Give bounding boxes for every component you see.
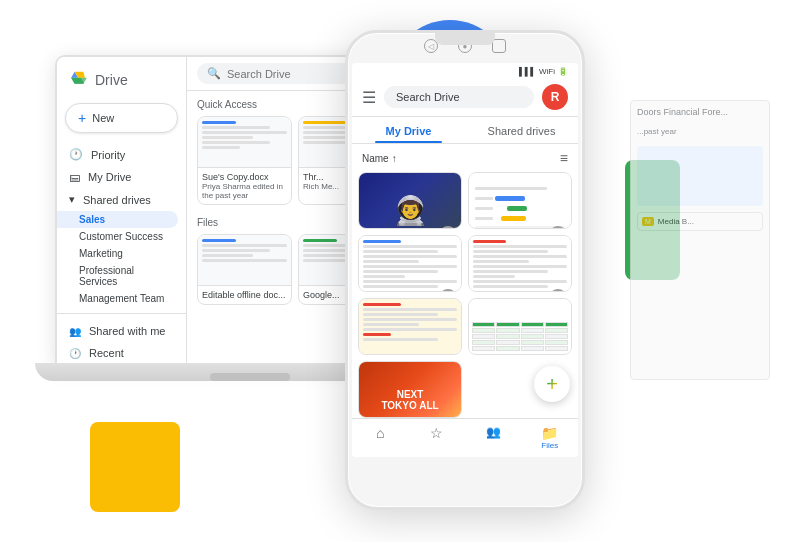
file-card-work-list[interactable]: G Work List_01 ⋮ — [468, 298, 572, 355]
file-item-editable[interactable]: Editable offline doc... — [197, 234, 292, 305]
file-preview-my-doc — [359, 299, 461, 355]
mobile-search-bar[interactable]: Search Drive — [384, 86, 534, 108]
quick-item-sues-copy[interactable]: Sue's Copy.docx Priya Sharma edited in t… — [197, 116, 292, 205]
quick-item-info-1: Sue's Copy.docx Priya Sharma edited in t… — [198, 167, 291, 204]
file-editable-name: Editable offline doc... — [202, 290, 287, 300]
sidebar-sub-pro-services[interactable]: Professional Services — [57, 262, 186, 290]
clock-icon: 🕐 — [69, 148, 83, 161]
sidebar-item-my-drive[interactable]: 🖴 My Drive — [57, 166, 178, 188]
desktop-sidebar: Drive + New 🕐 Priority 🖴 My Drive ▾ — [57, 57, 187, 363]
nav-item-shared[interactable]: 👥 — [465, 423, 522, 453]
sidebar-sub-mkt-label: Marketing — [79, 248, 123, 259]
preview-overlay-astronaut: ⋮ — [439, 226, 457, 229]
sidebar-sub-mgmt-label: Management Team — [79, 293, 164, 304]
sidebar-item-shared-with-me[interactable]: 👥 Shared with me — [57, 320, 178, 342]
sidebar-label-shared: Shared with me — [89, 325, 165, 337]
file-card-tokyo[interactable]: NEXTTOKYO ALL JPG Next Tokyo All ⋮ — [358, 361, 462, 418]
sidebar-sub-sales[interactable]: Sales — [57, 211, 178, 228]
files-nav-icon: 📁 — [541, 426, 558, 440]
sidebar-label-my-drive: My Drive — [88, 171, 131, 183]
mobile-header: ☰ Search Drive R — [352, 78, 578, 117]
file-card-my-doc[interactable]: P My Document ⋮ — [358, 298, 462, 355]
file-preview-astronaut: 👨‍🚀 ⋮ — [359, 173, 461, 229]
nav-item-files[interactable]: 📁 Files — [522, 423, 579, 453]
people-icon: 👥 — [69, 326, 81, 337]
doc-preview-task — [359, 236, 461, 292]
quick-item-preview-1 — [198, 117, 291, 167]
mobile-sort[interactable]: Name ↑ — [362, 153, 397, 164]
nav-item-home[interactable]: ⌂ — [352, 423, 409, 453]
recents-gesture-btn[interactable] — [492, 39, 506, 53]
starred-nav-icon: ☆ — [430, 426, 443, 440]
wifi-icon: WiFi — [539, 67, 555, 76]
phone-notch — [435, 33, 495, 45]
signal-icon: ▌▌▌ — [519, 67, 536, 76]
sidebar-label-recent: Recent — [89, 347, 124, 359]
drive-logo-icon — [69, 71, 89, 89]
avatar-letter: R — [551, 90, 560, 104]
file-preview-task: ⋮ — [359, 236, 461, 292]
file-preview-gantt: ⋮ — [469, 173, 571, 229]
fab-plus-icon: + — [546, 373, 558, 396]
file-card-gantt[interactable]: ⋮ G Gantt chart ⋮ — [468, 172, 572, 229]
tab-my-drive[interactable]: My Drive — [352, 117, 465, 143]
phone-outer: ▌▌▌ WiFi 🔋 ☰ Search Drive R — [345, 30, 585, 510]
view-toggle-icon[interactable]: ≡ — [560, 150, 568, 166]
file-preview-tokyo: NEXTTOKYO ALL — [359, 362, 461, 418]
phone-status-bar: ▌▌▌ WiFi 🔋 — [352, 63, 578, 78]
nav-item-starred[interactable]: ☆ — [409, 423, 466, 453]
tab-shared-drives-label: Shared drives — [488, 125, 556, 137]
mobile-avatar[interactable]: R — [542, 84, 568, 110]
recent-icon: 🕐 — [69, 348, 81, 359]
mobile-drive-ui: ▌▌▌ WiFi 🔋 ☰ Search Drive R — [352, 63, 578, 457]
fab-button[interactable]: + — [534, 366, 570, 402]
astronaut-icon: 👨‍🚀 — [393, 194, 428, 227]
sidebar-sub-customer-success[interactable]: Customer Success — [57, 228, 186, 245]
sidebar-item-recent[interactable]: 🕐 Recent — [57, 342, 178, 364]
shared-nav-icon: 👥 — [486, 426, 501, 438]
sidebar-label-priority: Priority — [91, 149, 125, 161]
file-card-astronaut[interactable]: 👨‍🚀 ⋮ JPG astronaut.jpg ⋮ — [358, 172, 462, 229]
sidebar-item-shared-drives[interactable]: ▾ Shared drives — [57, 188, 178, 211]
new-button-label: New — [92, 112, 114, 124]
tab-my-drive-label: My Drive — [386, 125, 432, 137]
file-card-major[interactable]: ⋮ PDF Major opportu... ⋮ — [468, 235, 572, 292]
mobile-bottom-nav: ⌂ ☆ 👥 📁 Files — [352, 418, 578, 457]
file-preview-major: ⋮ — [469, 236, 571, 292]
file-editable-info: Editable offline doc... — [198, 285, 291, 304]
mobile-search-text: Search Drive — [396, 91, 460, 103]
spreadsheet-preview — [469, 319, 571, 354]
new-button[interactable]: + New — [65, 103, 178, 133]
phone-device: ▌▌▌ WiFi 🔋 ☰ Search Drive R — [345, 30, 585, 510]
tab-shared-drives[interactable]: Shared drives — [465, 117, 578, 143]
gantt-preview — [469, 181, 571, 229]
sidebar-label-shared-drives: Shared drives — [83, 194, 151, 206]
sidebar-sub-management[interactable]: Management Team — [57, 290, 186, 307]
quick-item-name-1: Sue's Copy.docx — [202, 172, 287, 182]
phone-screen: ▌▌▌ WiFi 🔋 ☰ Search Drive R — [352, 63, 578, 457]
media-fragment-label: Media B... — [658, 217, 694, 226]
sidebar-sub-marketing[interactable]: Marketing — [57, 245, 186, 262]
file-preview-work-list — [469, 299, 571, 355]
sort-label: Name — [362, 153, 389, 164]
desktop-logo-text: Drive — [95, 72, 128, 88]
doc-preview-major — [469, 236, 571, 292]
sort-icon: ↑ — [392, 153, 397, 164]
mobile-files-header: Name ↑ ≡ — [352, 144, 578, 172]
home-icon: ⌂ — [376, 426, 384, 440]
sidebar-sub-sales-label: Sales — [79, 214, 105, 225]
quick-item-meta-1: Priya Sharma edited in the past year — [202, 182, 287, 200]
sidebar-divider-1 — [57, 313, 186, 314]
battery-icon: 🔋 — [558, 67, 568, 76]
sidebar-sub-ps-label: Professional Services — [79, 265, 134, 287]
folder-shared-icon: ▾ — [69, 193, 75, 206]
sidebar-item-priority[interactable]: 🕐 Priority — [57, 143, 178, 166]
nav-files-label: Files — [541, 441, 558, 450]
file-card-task[interactable]: ⋮ W Task details ⋮ — [358, 235, 462, 292]
hamburger-menu-icon[interactable]: ☰ — [362, 88, 376, 107]
doc-preview-my-doc — [359, 299, 461, 355]
right-panel-fragment: Doors Financial Fore... ...past year M M… — [630, 100, 770, 380]
tokyo-city-label: NEXTTOKYO ALL — [381, 389, 438, 411]
mobile-tabs: My Drive Shared drives — [352, 117, 578, 144]
drive-icon: 🖴 — [69, 171, 80, 183]
